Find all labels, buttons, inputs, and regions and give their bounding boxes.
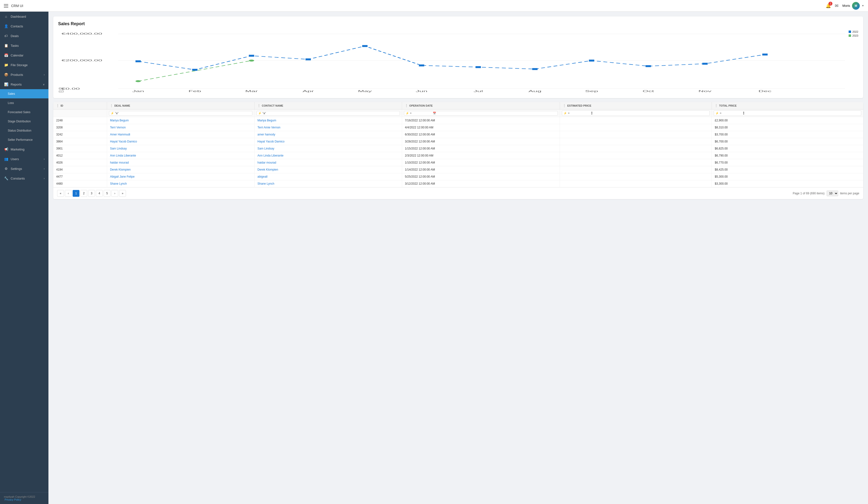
svg-text:Dec: Dec xyxy=(758,90,772,93)
contact-link[interactable]: Hayat Yacob Damico xyxy=(257,140,285,143)
contacts-icon: 👤 xyxy=(4,24,8,28)
page-prev-btn[interactable]: ‹ xyxy=(65,190,72,197)
contact-link[interactable]: amer hamody xyxy=(257,133,275,136)
sort-down-total-icon[interactable]: ▼ xyxy=(743,113,745,115)
user-menu[interactable]: Moris M ▼ xyxy=(842,2,864,10)
contact-link[interactable]: haidar mourad xyxy=(257,161,276,164)
filter-icon-deal: ⚡ xyxy=(111,112,114,115)
table-row: 2248 Mariya Begum Mariya Begum 7/16/2022… xyxy=(53,117,863,124)
sidebar-item-settings[interactable]: ⚙ Settings › xyxy=(0,164,49,173)
filter-text-date[interactable] xyxy=(412,112,432,114)
dot-2023-jan xyxy=(135,80,141,82)
contact-link[interactable]: Ann Linda Liberante xyxy=(257,154,283,157)
calendar-icon[interactable]: 📅 xyxy=(433,112,436,115)
page-btn-5[interactable]: 5 xyxy=(104,190,111,197)
items-per-page-select[interactable]: 10 25 50 xyxy=(827,190,838,196)
contact-link[interactable]: Derek Klompien xyxy=(257,168,278,171)
col-header-id[interactable]: ⋮ ID xyxy=(53,102,107,110)
dot-2022-nov xyxy=(702,63,708,65)
sidebar-item-users[interactable]: 👥 Users › xyxy=(0,154,49,164)
svg-text:Nov: Nov xyxy=(699,90,712,93)
deal-link[interactable]: Hayat Yacob Damico xyxy=(110,140,137,143)
deal-link[interactable]: Amer Hammudi xyxy=(110,133,130,136)
col-header-total-price[interactable]: ⋮ TOTAL PRICE xyxy=(712,102,863,110)
user-name: Moris xyxy=(842,4,850,8)
filter-text-contact[interactable] xyxy=(267,112,286,114)
chevron-down-icon: ▼ xyxy=(862,4,864,7)
deal-link[interactable]: Mariya Begum xyxy=(110,119,128,122)
filter-text-total[interactable] xyxy=(722,112,742,114)
sidebar-item-dashboard[interactable]: ⌂ Dashboard xyxy=(0,12,49,21)
cell-deal: Derek Klompien xyxy=(107,166,255,173)
contact-link[interactable]: Shane Lynch xyxy=(257,182,275,185)
col-drag-date: ⋮ xyxy=(405,104,408,107)
sidebar-item-stage-distribution[interactable]: Stage Distribution xyxy=(0,117,49,126)
deal-link[interactable]: Shane Lynch xyxy=(110,182,127,185)
filter-input-estimated[interactable]: ⚡ = ▲ ▼ xyxy=(562,111,710,116)
page-info: Page 1 of 69 (690 items) xyxy=(793,192,824,195)
page-first-btn[interactable]: « xyxy=(57,190,64,197)
contact-link[interactable]: Mariya Begum xyxy=(257,119,276,122)
cell-estimated xyxy=(560,166,712,173)
cell-deal: Ann Linda Liberante xyxy=(107,152,255,159)
hamburger-menu[interactable] xyxy=(4,4,8,8)
col-header-contact-name[interactable]: ⋮ CONTACT NAME xyxy=(255,102,402,110)
filter-input-date[interactable]: ⚡ = 📅 xyxy=(404,111,558,115)
sidebar-item-contacts[interactable]: 👤 Contacts xyxy=(0,21,49,31)
contact-link[interactable]: Terri Amie Vernon xyxy=(257,126,280,129)
sidebar-item-sales[interactable]: Sales xyxy=(0,89,49,98)
sidebar-item-status-distribution[interactable]: Status Distribution xyxy=(0,126,49,135)
col-header-operation-date[interactable]: ⋮ OPERATION DATE xyxy=(402,102,560,110)
page-next-btn[interactable]: › xyxy=(111,190,118,197)
filter-input-total[interactable]: ⚡ = ▲ ▼ xyxy=(714,111,861,116)
col-label-estimated: ESTIMATED PRICE xyxy=(567,104,591,107)
sidebar-item-loss[interactable]: Loss xyxy=(0,98,49,108)
deal-link[interactable]: Derek Klompien xyxy=(110,168,131,171)
sidebar-item-forecasted-sales[interactable]: Forecasted Sales xyxy=(0,108,49,117)
sidebar-item-seller-performance[interactable]: Seller Performance xyxy=(0,135,49,144)
deal-link[interactable]: Terri Vernon xyxy=(110,126,126,129)
filter-cell-id xyxy=(53,110,107,117)
filter-text-deal[interactable] xyxy=(120,112,139,114)
table-row: 3901 Sam Lindsay Sam Lindsay 1/15/2022 1… xyxy=(53,145,863,152)
sidebar-item-file-storage[interactable]: 📁 File Storage xyxy=(0,60,49,70)
contact-link[interactable]: Sam Lindsay xyxy=(257,147,274,150)
deal-link[interactable]: haidar mourad xyxy=(110,161,128,164)
page-btn-1[interactable]: 1 xyxy=(73,190,80,197)
sidebar-item-marketing[interactable]: 📢 Marketing xyxy=(0,144,49,154)
col-header-estimated-price[interactable]: ⋮ ESTIMATED PRICE xyxy=(560,102,712,110)
sidebar-item-constants[interactable]: 🔧 Constants › xyxy=(0,173,49,183)
mail-icon[interactable]: ✉ xyxy=(835,3,838,9)
page-btn-2[interactable]: 2 xyxy=(80,190,87,197)
cell-estimated xyxy=(560,145,712,152)
deal-link[interactable]: Ann Linda Liberante xyxy=(110,154,136,157)
col-header-deal-name[interactable]: ⋮ DEAL NAME xyxy=(107,102,255,110)
deals-icon: 🏷 xyxy=(4,34,8,38)
contact-link[interactable]: abigeall xyxy=(257,175,267,178)
page-btn-4[interactable]: 4 xyxy=(96,190,103,197)
notification-bell[interactable]: 🔔 1 xyxy=(826,3,831,9)
reports-icon: 📊 xyxy=(4,82,8,86)
deal-link[interactable]: Abigail Jane Felipe xyxy=(110,175,134,178)
dot-2022-apr xyxy=(306,58,311,60)
sidebar-item-tasks[interactable]: 📋 Tasks xyxy=(0,41,49,50)
deal-link[interactable]: Sam Lindsay xyxy=(110,147,127,150)
filter-input-contact[interactable]: ⚡ "a" xyxy=(257,111,400,115)
filter-icon-estimated: ⚡ xyxy=(564,112,567,115)
sidebar-item-deals[interactable]: 🏷 Deals xyxy=(0,31,49,41)
main-content: Sales Report €400,000.00 €200,000.00 €0.… xyxy=(49,12,868,504)
svg-text:Revenue in EUR: Revenue in EUR xyxy=(58,88,65,93)
sidebar-item-reports[interactable]: 📊 Reports ∨ xyxy=(0,80,49,89)
filter-input-deal[interactable]: ⚡ "a" xyxy=(109,111,252,115)
page-btn-3[interactable]: 3 xyxy=(88,190,95,197)
filter-text-estimated[interactable] xyxy=(571,112,590,114)
sidebar-item-calendar[interactable]: 📅 Calendar xyxy=(0,50,49,60)
privacy-policy-link[interactable]: Privacy Policy xyxy=(4,498,21,501)
filter-eq-date: = xyxy=(410,112,412,114)
filter-cell-estimated: ⚡ = ▲ ▼ xyxy=(560,110,712,117)
sidebar-item-products[interactable]: 📦 Products › xyxy=(0,70,49,80)
page-last-btn[interactable]: » xyxy=(119,190,126,197)
filter-icon-contact: ⚡ xyxy=(258,112,261,115)
users-icon: 👥 xyxy=(4,157,8,161)
sort-down-icon[interactable]: ▼ xyxy=(591,113,593,115)
